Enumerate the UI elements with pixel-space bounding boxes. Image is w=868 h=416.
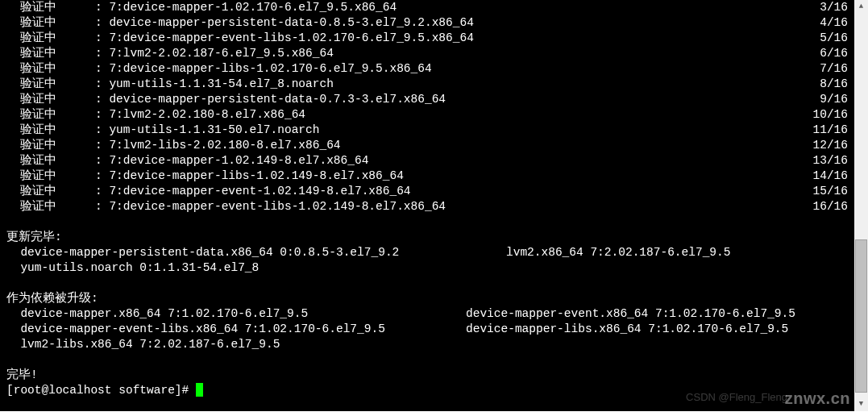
verify-package: : 7:device-mapper-libs-1.02.170-6.el7_9.…: [95, 61, 798, 77]
verify-line: 验证中: yum-utils-1.1.31-50.el7.noarch11/16: [0, 123, 854, 138]
verify-package: : 7:lvm2-2.02.187-6.el7_9.5.x86_64: [95, 46, 798, 61]
verify-count: 7/16: [798, 61, 854, 77]
verify-label: 验证中: [6, 168, 95, 184]
verify-package: : device-mapper-persistent-data-0.7.3-3.…: [95, 92, 798, 107]
bottom-strip: [0, 411, 868, 416]
verify-line: 验证中: 7:device-mapper-1.02.170-6.el7_9.5.…: [0, 0, 854, 15]
verify-line: 验证中: 7:device-mapper-libs-1.02.170-6.el7…: [0, 61, 854, 77]
watermark: znwx.cn: [785, 391, 850, 406]
verify-package: : device-mapper-persistent-data-0.8.5-3.…: [95, 15, 798, 31]
verify-count: 11/16: [798, 123, 854, 138]
verify-count: 14/16: [798, 168, 854, 184]
verify-count: 15/16: [798, 184, 854, 199]
verify-line: 验证中: 7:lvm2-2.02.180-8.el7.x86_6410/16: [0, 107, 854, 123]
verify-label: 验证中: [6, 77, 95, 92]
updated-row: yum-utils.noarch 0:1.1.31-54.el7_8: [0, 260, 854, 276]
verify-label: 验证中: [6, 123, 95, 138]
verify-count: 10/16: [798, 107, 854, 123]
vertical-scrollbar[interactable]: ▲ ▼: [854, 0, 868, 411]
verify-package: : 7:device-mapper-event-libs-1.02.149-8.…: [95, 199, 798, 214]
scroll-down-button[interactable]: ▼: [854, 397, 868, 411]
verify-label: 验证中: [6, 138, 95, 153]
verify-label: 验证中: [6, 92, 95, 107]
dep-row: lvm2-libs.x86_64 7:2.02.187-6.el7_9.5: [0, 337, 854, 352]
verify-line: 验证中: yum-utils-1.1.31-54.el7_8.noarch8/1…: [0, 77, 854, 92]
scrollbar-thumb[interactable]: [855, 239, 867, 393]
verify-count: 5/16: [798, 31, 854, 46]
updated-header: 更新完毕:: [0, 230, 854, 245]
verify-count: 13/16: [798, 153, 854, 168]
dep-col2: device-mapper-libs.x86_64 7:1.02.170-6.e…: [466, 322, 788, 337]
dep-col2: device-mapper-event.x86_64 7:1.02.170-6.…: [466, 306, 795, 322]
verify-package: : 7:device-mapper-libs-1.02.149-8.el7.x8…: [95, 168, 798, 184]
verify-label: 验证中: [6, 153, 95, 168]
verify-package: : 7:lvm2-libs-2.02.180-8.el7.x86_64: [95, 138, 798, 153]
verify-package: : yum-utils-1.1.31-50.el7.noarch: [95, 123, 798, 138]
terminal-output[interactable]: 验证中: 7:device-mapper-1.02.170-6.el7_9.5.…: [0, 0, 854, 411]
dep-col1: device-mapper.x86_64 7:1.02.170-6.el7_9.…: [6, 306, 466, 322]
updated-col2: lvm2.x86_64 7:2.02.187-6.el7_9.5: [506, 245, 730, 260]
scrollbar-track[interactable]: [854, 14, 868, 397]
updated-row: device-mapper-persistent-data.x86_64 0:0…: [0, 245, 854, 260]
verify-package: : 7:device-mapper-1.02.170-6.el7_9.5.x86…: [95, 0, 798, 15]
prompt-text: [root@localhost software]#: [6, 384, 196, 397]
verify-line: 验证中: device-mapper-persistent-data-0.7.3…: [0, 92, 854, 107]
verify-label: 验证中: [6, 107, 95, 123]
verify-count: 9/16: [798, 92, 854, 107]
verify-line: 验证中: 7:lvm2-2.02.187-6.el7_9.5.x86_646/1…: [0, 46, 854, 61]
dep-col1: device-mapper-event-libs.x86_64 7:1.02.1…: [6, 322, 466, 337]
verify-line: 验证中: 7:device-mapper-1.02.149-8.el7.x86_…: [0, 153, 854, 168]
verify-count: 12/16: [798, 138, 854, 153]
verify-package: : 7:lvm2-2.02.180-8.el7.x86_64: [95, 107, 798, 123]
verify-count: 6/16: [798, 46, 854, 61]
verify-label: 验证中: [6, 31, 95, 46]
cursor-icon: [196, 383, 203, 397]
verify-count: 16/16: [798, 199, 854, 214]
verify-line: 验证中: 7:device-mapper-libs-1.02.149-8.el7…: [0, 168, 854, 184]
verify-line: 验证中: 7:device-mapper-event-libs-1.02.170…: [0, 31, 854, 46]
verify-count: 8/16: [798, 77, 854, 92]
verify-package: : 7:device-mapper-event-1.02.149-8.el7.x…: [95, 184, 798, 199]
verify-line: 验证中: 7:device-mapper-event-libs-1.02.149…: [0, 199, 854, 214]
verify-package: : 7:device-mapper-1.02.149-8.el7.x86_64: [95, 153, 798, 168]
verify-package: : yum-utils-1.1.31-54.el7_8.noarch: [95, 77, 798, 92]
verify-line: 验证中: device-mapper-persistent-data-0.8.5…: [0, 15, 854, 31]
verify-count: 4/16: [798, 15, 854, 31]
verify-label: 验证中: [6, 61, 95, 77]
updated-col1: device-mapper-persistent-data.x86_64 0:0…: [6, 245, 506, 260]
scroll-up-button[interactable]: ▲: [854, 0, 868, 14]
verify-label: 验证中: [6, 15, 95, 31]
verify-line: 验证中: 7:lvm2-libs-2.02.180-8.el7.x86_6412…: [0, 138, 854, 153]
verify-label: 验证中: [6, 199, 95, 214]
done-text: 完毕!: [0, 368, 854, 383]
verify-count: 3/16: [798, 0, 854, 15]
dep-col1: lvm2-libs.x86_64 7:2.02.187-6.el7_9.5: [6, 337, 466, 352]
deps-header: 作为依赖被升级:: [0, 291, 854, 306]
dep-row: device-mapper.x86_64 7:1.02.170-6.el7_9.…: [0, 306, 854, 322]
verify-label: 验证中: [6, 0, 95, 15]
verify-package: : 7:device-mapper-event-libs-1.02.170-6.…: [95, 31, 798, 46]
verify-line: 验证中: 7:device-mapper-event-1.02.149-8.el…: [0, 184, 854, 199]
verify-label: 验证中: [6, 184, 95, 199]
watermark-sub: CSDN @Fleng_Fleng: [686, 389, 787, 405]
verify-label: 验证中: [6, 46, 95, 61]
updated-col1: yum-utils.noarch 0:1.1.31-54.el7_8: [6, 260, 506, 276]
dep-row: device-mapper-event-libs.x86_64 7:1.02.1…: [0, 322, 854, 337]
